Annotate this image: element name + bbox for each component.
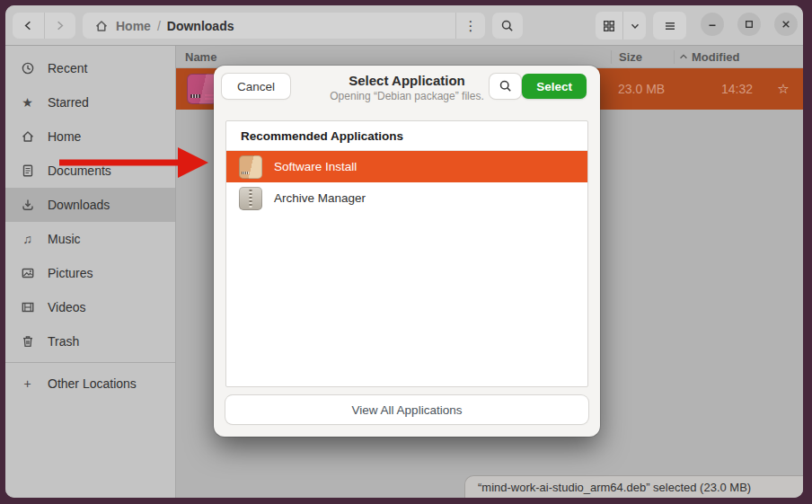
- sidebar-item-home[interactable]: Home: [5, 119, 175, 154]
- nav-buttons: [13, 13, 75, 39]
- sidebar-item-pictures[interactable]: Pictures: [5, 256, 175, 290]
- app-row-archive-manager[interactable]: Archive Manager: [226, 182, 587, 214]
- breadcrumb-current[interactable]: Downloads: [167, 19, 234, 33]
- sidebar-item-label: Recent: [48, 61, 87, 75]
- status-bar: “mind-work-ai-studio_arm64.deb” selected…: [464, 475, 803, 498]
- sidebar-item-other-locations[interactable]: + Other Locations: [5, 367, 175, 401]
- sidebar-item-downloads[interactable]: Downloads: [5, 188, 175, 222]
- status-text: “mind-work-ai-studio_arm64.deb” selected…: [478, 481, 751, 494]
- sidebar-item-music[interactable]: ♫ Music: [5, 222, 175, 256]
- grid-icon: [602, 19, 616, 33]
- hamburger-icon: [663, 19, 677, 33]
- minimize-icon: [706, 18, 719, 31]
- sort-ascending-icon: [678, 51, 689, 62]
- section-header: Recommended Applications: [226, 121, 587, 151]
- film-icon: [20, 300, 35, 315]
- column-header-modified[interactable]: Modified: [674, 50, 763, 64]
- search-icon: [499, 79, 513, 93]
- application-list: Recommended Applications Software Instal…: [225, 120, 588, 387]
- dialog-header: Cancel Select Application Opening “Debia…: [214, 66, 600, 114]
- maximize-button[interactable]: [737, 13, 761, 36]
- picture-icon: [20, 266, 35, 281]
- dialog-search-button[interactable]: [490, 74, 521, 99]
- breadcrumb: Home / Downloads ⋮: [83, 13, 485, 39]
- column-header-name[interactable]: Name: [176, 50, 611, 64]
- software-install-icon: [239, 155, 262, 179]
- search-icon: [500, 19, 515, 33]
- select-application-dialog: Cancel Select Application Opening “Debia…: [214, 66, 600, 437]
- app-name: Archive Manager: [274, 191, 366, 205]
- sidebar-item-starred[interactable]: ★ Starred: [5, 85, 175, 119]
- sidebar-item-label: Starred: [48, 95, 89, 110]
- back-button[interactable]: [13, 13, 44, 39]
- app-row-software-install[interactable]: Software Install: [226, 151, 587, 182]
- sidebar-item-documents[interactable]: Documents: [5, 154, 175, 188]
- sidebar-item-label: Other Locations: [48, 376, 137, 391]
- path-menu-button[interactable]: ⋮: [456, 13, 485, 39]
- forward-button[interactable]: [45, 13, 76, 39]
- trash-icon: [20, 334, 35, 349]
- view-options-button[interactable]: [623, 12, 646, 40]
- sidebar-item-label: Videos: [48, 300, 86, 314]
- clock-icon: [20, 61, 35, 76]
- breadcrumb-home[interactable]: Home: [116, 19, 151, 33]
- home-icon: [20, 129, 35, 145]
- view-all-applications-button[interactable]: View All Applications: [225, 395, 588, 424]
- close-button[interactable]: [774, 13, 798, 36]
- maximize-icon: [743, 18, 755, 31]
- chevron-down-icon: [629, 20, 641, 32]
- file-modified: 14:32: [674, 82, 763, 96]
- file-size: 23.0 MB: [611, 82, 674, 96]
- star-outline-icon[interactable]: ☆: [763, 81, 803, 97]
- chevron-right-icon: [53, 19, 66, 32]
- dialog-titles: Select Application Opening “Debian packa…: [330, 73, 483, 102]
- desktop: Home / Downloads ⋮: [0, 0, 812, 504]
- search-button[interactable]: [492, 13, 523, 39]
- sidebar-item-label: Pictures: [48, 266, 93, 280]
- cancel-button[interactable]: Cancel: [222, 74, 290, 99]
- column-header-size[interactable]: Size: [611, 50, 674, 64]
- sidebar-item-label: Home: [48, 129, 81, 144]
- sidebar-separator: [5, 362, 175, 363]
- minimize-button[interactable]: [701, 13, 724, 36]
- archive-manager-icon: [239, 187, 262, 210]
- grid-view-button[interactable]: [596, 12, 622, 40]
- sidebar-item-label: Documents: [48, 164, 111, 178]
- close-icon: [780, 18, 792, 31]
- chevron-left-icon: [22, 19, 35, 32]
- sidebar-item-label: Music: [48, 232, 81, 246]
- sidebar-item-label: Trash: [48, 334, 79, 349]
- download-icon: [20, 198, 35, 213]
- document-icon: [20, 164, 35, 179]
- app-name: Software Install: [274, 160, 357, 173]
- plus-icon: +: [20, 376, 35, 392]
- view-toggle: [596, 12, 646, 40]
- star-icon: ★: [20, 95, 35, 111]
- vertical-dots-icon: ⋮: [464, 18, 478, 34]
- sidebar-item-videos[interactable]: Videos: [5, 290, 175, 324]
- dialog-title: Select Application: [330, 73, 483, 88]
- deb-package-icon: [187, 74, 217, 104]
- sidebar-item-recent[interactable]: Recent: [5, 51, 175, 85]
- main-menu-button[interactable]: [653, 12, 686, 40]
- dialog-subtitle: Opening “Debian package” files.: [330, 90, 483, 102]
- sidebar-item-label: Downloads: [48, 198, 110, 212]
- select-button[interactable]: Select: [522, 74, 587, 99]
- breadcrumb-separator: /: [157, 19, 161, 33]
- sidebar: Recent ★ Starred Home Documents: [5, 46, 176, 498]
- headerbar: Home / Downloads ⋮: [5, 5, 803, 46]
- column-header-modified-label: Modified: [692, 50, 739, 64]
- home-icon: [93, 18, 109, 33]
- sidebar-item-trash[interactable]: Trash: [5, 324, 175, 358]
- music-note-icon: ♫: [20, 232, 35, 247]
